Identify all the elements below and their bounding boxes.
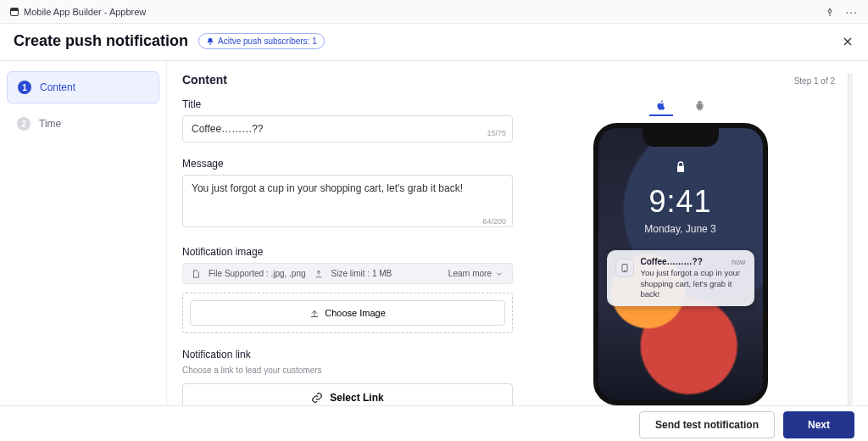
- step-number: 1: [18, 81, 31, 94]
- link-icon: [311, 392, 323, 404]
- phone-notch: [643, 128, 719, 147]
- app-logo-icon: [10, 8, 19, 16]
- step-label: Time: [39, 118, 61, 130]
- step-number: 2: [17, 117, 31, 131]
- close-icon[interactable]: [841, 35, 854, 48]
- upload-icon: [314, 270, 323, 278]
- lock-icon: [674, 160, 687, 174]
- file-supported-value: .jpg, .png: [270, 269, 305, 278]
- pin-icon[interactable]: [825, 7, 835, 17]
- send-test-button[interactable]: Send test notification: [639, 411, 775, 438]
- next-button[interactable]: Next: [783, 411, 854, 438]
- tab-ios[interactable]: [649, 96, 673, 116]
- page-title: Create push notification: [14, 32, 188, 50]
- step-content[interactable]: 1 Content: [7, 71, 159, 103]
- subscribers-text: Acitve push subscribers: 1: [218, 36, 317, 46]
- link-hint: Choose a link to lead your customers: [182, 366, 513, 375]
- size-limit-label: Size limit :: [331, 269, 370, 278]
- tab-android[interactable]: [688, 96, 712, 116]
- message-counter: 64/200: [482, 217, 506, 226]
- title-label: Title: [182, 98, 513, 110]
- file-icon: [192, 270, 200, 278]
- notif-title: Coffee………??: [641, 257, 703, 266]
- app-name: Mobile App Builder - Appbrew: [24, 7, 146, 17]
- android-icon: [694, 100, 705, 111]
- file-supported-label: File Supported :: [209, 269, 269, 278]
- phone-preview: 9:41 Monday, June 3 Coffee………?? now You …: [593, 123, 768, 405]
- image-info-row: File Supported : .jpg, .png Size limit :…: [182, 263, 513, 284]
- message-input[interactable]: [182, 175, 513, 227]
- subscribers-badge[interactable]: Acitve push subscribers: 1: [198, 33, 325, 49]
- message-label: Message: [182, 158, 513, 170]
- choose-image-button[interactable]: Choose Image: [190, 300, 505, 326]
- preview-date: Monday, June 3: [598, 223, 763, 235]
- step-label: Content: [40, 81, 75, 93]
- more-icon[interactable]: ···: [845, 5, 858, 19]
- title-input[interactable]: [182, 115, 513, 142]
- notif-timestamp: now: [732, 258, 746, 266]
- select-link-button[interactable]: Select Link: [182, 383, 513, 405]
- section-title: Content: [182, 73, 227, 87]
- preview-notification: Coffee………?? now You just forgot a cup in…: [607, 250, 754, 306]
- title-counter: 15/75: [487, 129, 506, 137]
- step-time[interactable]: 2 Time: [7, 109, 159, 139]
- apple-icon: [655, 99, 667, 111]
- chevron-down-icon: [495, 270, 504, 278]
- preview-time: 9:41: [598, 184, 763, 220]
- notif-message: You just forgot a cup in your shopping c…: [641, 268, 746, 299]
- notif-app-icon: [615, 259, 634, 277]
- size-limit-value: 1 MB: [372, 269, 392, 278]
- link-label: Notification link: [182, 349, 513, 360]
- image-label: Notification image: [182, 246, 513, 258]
- scrollbar[interactable]: [848, 73, 853, 405]
- upload-icon: [309, 308, 320, 318]
- learn-more-link[interactable]: Learn more: [448, 269, 504, 278]
